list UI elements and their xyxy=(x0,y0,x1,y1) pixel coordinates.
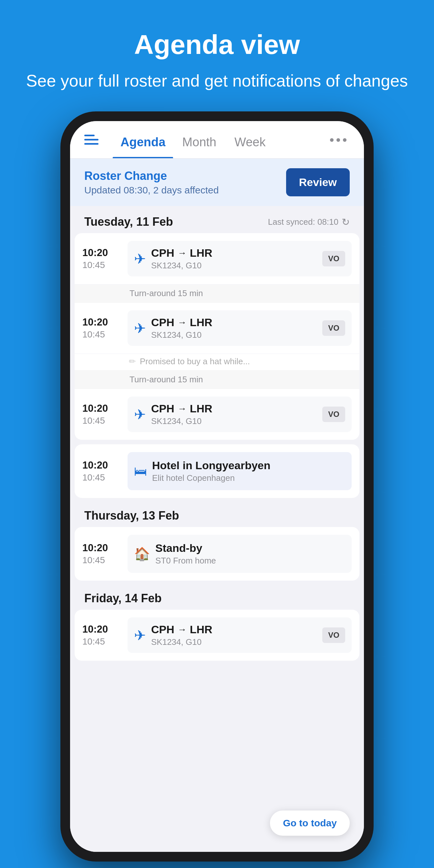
scroll-area: Tuesday, 11 Feb Last synced: 08:10 ↻ 10:… xyxy=(70,206,364,852)
flight-event-2[interactable]: 10:20 10:45 ✈ CPH → LHR SK1234, G10 xyxy=(74,303,360,354)
hotel-event[interactable]: 10:20 10:45 🛏 Hotel in Longyearbyen Elit… xyxy=(74,444,360,498)
tab-week[interactable]: Week xyxy=(225,131,275,158)
page-title: Agenda view xyxy=(26,29,408,60)
go-today-button[interactable]: Go to today xyxy=(270,810,350,836)
flight-icon-3: ✈ xyxy=(134,406,146,423)
flight-details-1: CPH → LHR SK1234, G10 xyxy=(151,247,317,271)
flight-card-3: ✈ CPH → LHR SK1234, G10 VO xyxy=(128,397,352,432)
flight-card-2: ✈ CPH → LHR SK1234, G10 VO xyxy=(128,310,352,346)
flight-event-1[interactable]: 10:20 10:45 ✈ CPH → LHR SK1234, G10 xyxy=(74,233,360,284)
sync-info: Last synced: 08:10 ↻ xyxy=(268,216,350,228)
turnaround-2: Turn-around 15 min xyxy=(74,371,360,389)
flight-icon-4: ✈ xyxy=(134,627,146,644)
roster-title: Roster Change xyxy=(84,169,219,183)
flights-group-card: 10:20 10:45 ✈ CPH → LHR SK1234, G10 xyxy=(74,233,360,440)
page-header: Agenda view See your full roster and get… xyxy=(0,0,434,112)
hamburger-menu[interactable] xyxy=(84,135,98,154)
vo-badge-4: VO xyxy=(322,627,345,643)
hotel-time: 10:20 10:45 xyxy=(82,460,121,483)
hotel-card: 🛏 Hotel in Longyearbyen Elit hotel Copen… xyxy=(128,452,352,490)
vo-badge-2: VO xyxy=(322,320,345,336)
vo-badge-1: VO xyxy=(322,251,345,267)
page-subtitle: See your full roster and get notificatio… xyxy=(26,69,408,92)
nav-tabs: Agenda Month Week xyxy=(70,121,364,159)
home-icon: 🏠 xyxy=(134,547,150,562)
flight-icon-1: ✈ xyxy=(134,251,146,267)
flight-event-4[interactable]: 10:20 10:45 ✈ CPH → LHR SK1234, G10 xyxy=(74,610,360,661)
standby-time: 10:20 10:45 xyxy=(82,542,121,565)
date-label-1: Tuesday, 11 Feb xyxy=(84,215,173,228)
hotel-details: Hotel in Longyearbyen Elit hotel Copenha… xyxy=(152,459,271,483)
standby-card: 🏠 Stand-by ST0 From home xyxy=(128,535,352,573)
sync-icon: ↻ xyxy=(342,216,350,228)
partial-flight-card: 10:20 10:45 ✈ CPH → LHR SK1234, G10 xyxy=(74,610,360,661)
event-time-4: 10:20 10:45 xyxy=(82,624,121,647)
flight-details-4: CPH → LHR SK1234, G10 xyxy=(151,623,317,647)
more-options[interactable] xyxy=(327,138,350,151)
turnaround-1: Turn-around 15 min xyxy=(74,284,360,303)
tab-agenda[interactable]: Agenda xyxy=(113,131,173,158)
roster-banner-text: Roster Change Updated 08:30, 2 days affe… xyxy=(84,169,219,196)
flight-details-2: CPH → LHR SK1234, G10 xyxy=(151,316,317,340)
date-section-1: Tuesday, 11 Feb Last synced: 08:10 ↻ xyxy=(70,206,364,233)
date-label-2: Thursday, 13 Feb xyxy=(84,509,179,523)
date-label-3: Friday, 14 Feb xyxy=(84,592,161,605)
standby-details: Stand-by ST0 From home xyxy=(155,542,216,566)
hotel-icon: 🛏 xyxy=(134,464,147,478)
note-row: ✏ Promised to buy a hat while... xyxy=(74,354,360,371)
flight-details-3: CPH → LHR SK1234, G10 xyxy=(151,402,317,426)
roster-subtitle: Updated 08:30, 2 days affected xyxy=(84,185,219,196)
standby-event[interactable]: 10:20 10:45 🏠 Stand-by ST0 From home xyxy=(74,527,360,581)
flight-card-4: ✈ CPH → LHR SK1234, G10 VO xyxy=(128,617,352,653)
flight-card-1: ✈ CPH → LHR SK1234, G10 VO xyxy=(128,241,352,276)
review-button[interactable]: Review xyxy=(286,168,350,196)
date-section-2: Thursday, 13 Feb xyxy=(70,502,364,527)
roster-banner: Roster Change Updated 08:30, 2 days affe… xyxy=(70,159,364,206)
flight-icon-2: ✈ xyxy=(134,320,146,337)
event-time-2: 10:20 10:45 xyxy=(82,316,121,340)
date-section-3: Friday, 14 Feb xyxy=(70,585,364,610)
phone-device: Agenda Month Week Roster Change Updated … xyxy=(60,112,374,862)
pencil-icon: ✏ xyxy=(129,356,136,367)
event-time-1: 10:20 10:45 xyxy=(82,247,121,270)
event-time-3: 10:20 10:45 xyxy=(82,403,121,426)
vo-badge-3: VO xyxy=(322,407,345,422)
flight-event-3[interactable]: 10:20 10:45 ✈ CPH → LHR SK1234, G10 xyxy=(74,389,360,440)
phone-screen: Agenda Month Week Roster Change Updated … xyxy=(70,121,364,852)
tab-month[interactable]: Month xyxy=(173,131,225,158)
